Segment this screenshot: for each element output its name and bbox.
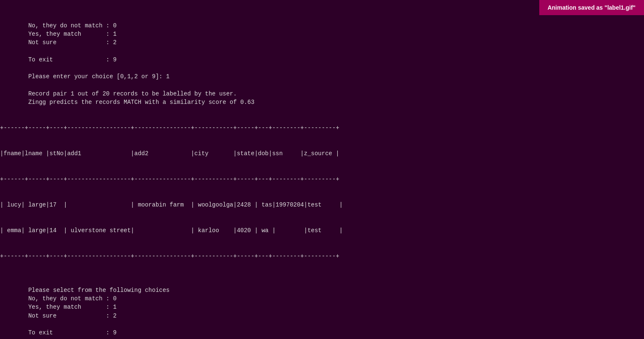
table1-border-top: +------+-----+----+------------------+--…	[0, 124, 644, 132]
table1-header: |fname|lname |stNo|add1 |add2 |city |sta…	[0, 149, 644, 158]
section2-choices: Please select from the following choices…	[0, 278, 644, 339]
terminal-output: No, they do not match : 0 Yes, they matc…	[0, 0, 644, 339]
table1-border-bot: +------+-----+----+------------------+--…	[0, 252, 644, 260]
section1-no-match: No, they do not match : 0 Yes, they matc…	[0, 21, 644, 107]
table1-row1: | lucy| large|17 | | moorabin farm | woo…	[0, 201, 644, 209]
table1-border-mid: +------+-----+----+------------------+--…	[0, 175, 644, 183]
notification-banner: Animation saved as "label1.gif"	[539, 0, 644, 15]
table1-row2: | emma| large|14 | ulverstone street| | …	[0, 226, 644, 235]
